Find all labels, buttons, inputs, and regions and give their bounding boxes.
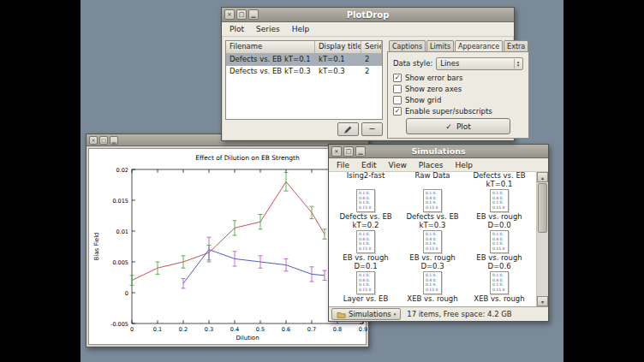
text-file-icon: 0.1 0. 0.4 0. 0.1 0. 0.15 0 (423, 230, 442, 253)
svg-text:Bias Field: Bias Field (93, 232, 100, 260)
file-label: EB vs. roughD=0.1 (343, 254, 388, 270)
file-label: Ising2-fast (347, 172, 385, 181)
plot-button-label: Plot (456, 122, 471, 131)
checkbox-enable-super-subscripts[interactable]: ✓Enable super/subscripts (393, 105, 523, 116)
appearance-checkboxes: ✓Show error barsShow zero axesShow grid✓… (393, 72, 523, 116)
minimize-icon[interactable]: ▁ (355, 146, 366, 157)
plotdrop-body: FilenameDisplay titleSeries Defects vs. … (222, 37, 514, 139)
text-file-icon: 0.1 0. 0.4 0. 0.1 0. 0.15 0 (490, 271, 509, 294)
column-header-series[interactable]: Series (361, 41, 382, 54)
combo-arrows-icon: ▴▾ (514, 59, 520, 68)
scroll-up-icon[interactable]: ▴ (537, 172, 548, 182)
table-row[interactable]: Defects vs. EB kT=0.3kT=0.32 (226, 66, 382, 78)
svg-text:Effect of Dilution on EB Stren: Effect of Dilution on EB Strength (195, 154, 300, 162)
table-row[interactable]: Defects vs. EB kT=0.1kT=0.12 (226, 54, 382, 66)
menu-file[interactable]: File (331, 159, 355, 171)
svg-text:0: 0 (125, 290, 128, 297)
checkbox-show-error-bars[interactable]: ✓Show error bars (393, 72, 523, 83)
menu-help[interactable]: Help (286, 23, 316, 35)
file-item[interactable]: 0.1 0. 0.4 0. 0.1 0. 0.15 0EB vs. roughD… (466, 230, 533, 271)
edit-button[interactable] (337, 122, 359, 136)
file-item[interactable]: 0.1 0. 0.4 0. 0.1 0. 0.15 0EB vs. roughD… (399, 230, 466, 271)
close-icon[interactable]: × (224, 9, 235, 20)
maximize-icon[interactable]: □ (99, 136, 108, 145)
svg-text:0: 0 (130, 326, 134, 333)
plotdrop-menubar: PlotSeriesHelp (222, 22, 514, 37)
plot-output-window: × □ ▁ 00.10.20.30.40.50.60.70.80.9-0.005… (86, 134, 369, 347)
menu-help[interactable]: Help (449, 159, 479, 171)
data-style-label: Data style: (393, 59, 432, 68)
file-label: Defects vs. EBkT=0.3 (406, 213, 458, 229)
pencil-icon (343, 125, 353, 134)
remove-file-button[interactable]: − (361, 122, 383, 136)
plotdrop-window-title: PlotDrop (222, 10, 514, 20)
file-item[interactable]: 0.1 0. 0.4 0. 0.1 0. 0.15 0EB vs. roughD… (466, 189, 533, 230)
data-style-select[interactable]: Lines ▴▾ (436, 57, 523, 70)
location-button[interactable]: Simulations ▾ (331, 308, 401, 320)
status-text: 17 items, Free space: 4.2 GB (407, 310, 511, 318)
cell-filename: Defects vs. EB kT=0.1 (226, 54, 315, 66)
file-grid: 0.1 0. 0.4 0. 0.1 0. 0.15 0Ising2-fast0.… (329, 172, 533, 306)
tab-extra[interactable]: Extra (504, 40, 528, 52)
menu-edit[interactable]: Edit (355, 159, 382, 171)
svg-text:0.01: 0.01 (116, 228, 128, 235)
checkbox-show-grid[interactable]: Show grid (393, 94, 523, 105)
checkbox-label: Show error bars (405, 74, 462, 82)
data-style-value: Lines (440, 59, 459, 68)
file-item[interactable]: 0.1 0. 0.4 0. 0.1 0. 0.15 0Defects vs. E… (399, 189, 466, 230)
tab-limits[interactable]: Limits (426, 40, 454, 52)
text-file-icon: 0.1 0. 0.4 0. 0.1 0. 0.15 0 (490, 189, 509, 212)
plot-canvas: 00.10.20.30.40.50.60.70.80.9-0.00500.005… (88, 148, 367, 345)
checkbox-label: Show zero axes (405, 85, 462, 93)
file-item[interactable]: 0.1 0. 0.4 0. 0.1 0. 0.15 0XEB vs. rough (399, 271, 466, 306)
tab-appearance[interactable]: Appearance (455, 40, 503, 52)
svg-text:0.2: 0.2 (179, 326, 188, 333)
settings-tabs: CaptionsLimitsAppearanceExtra (387, 40, 529, 52)
file-item[interactable]: 0.1 0. 0.4 0. 0.1 0. 0.15 0Layer vs. EB (332, 271, 399, 306)
file-label: XEB vs. rough (407, 295, 457, 304)
scrollbar-thumb[interactable] (538, 183, 547, 233)
minimize-icon[interactable]: ▁ (110, 136, 118, 145)
simulations-body: 0.1 0. 0.4 0. 0.1 0. 0.15 0Ising2-fast0.… (329, 172, 548, 307)
file-icon-view: 0.1 0. 0.4 0. 0.1 0. 0.15 0Ising2-fast0.… (329, 172, 537, 306)
column-header-filename[interactable]: Filename (226, 41, 315, 54)
simulations-titlebar[interactable]: × □ ▁ Simulations (329, 145, 548, 158)
plotdrop-titlebar[interactable]: × □ ▁ PlotDrop (222, 8, 514, 22)
scroll-down-icon[interactable]: ▾ (537, 296, 548, 306)
close-icon[interactable]: × (89, 136, 98, 145)
svg-text:0.4: 0.4 (230, 326, 239, 333)
checkbox-unchecked-icon[interactable] (393, 96, 402, 104)
menu-view[interactable]: View (383, 159, 413, 171)
checkbox-show-zero-axes[interactable]: Show zero axes (393, 83, 523, 94)
file-item[interactable]: 0.1 0. 0.4 0. 0.1 0. 0.15 0Defects vs. E… (332, 189, 399, 230)
vertical-scrollbar[interactable]: ▴ ▾ (537, 172, 548, 306)
check-icon: ✓ (445, 122, 452, 131)
file-item[interactable]: 0.1 0. 0.4 0. 0.1 0. 0.15 0Raw Data (399, 172, 466, 189)
file-label: Defects vs. EBkT=0.1 (473, 172, 525, 188)
settings-panel: CaptionsLimitsAppearanceExtra Data style… (387, 40, 529, 136)
checkbox-checked-icon[interactable]: ✓ (393, 107, 402, 116)
menu-places[interactable]: Places (413, 159, 450, 171)
plot-button[interactable]: ✓ Plot (406, 118, 510, 134)
checkbox-unchecked-icon[interactable] (393, 85, 402, 93)
maximize-icon[interactable]: □ (343, 146, 354, 157)
tab-captions[interactable]: Captions (389, 40, 426, 52)
menu-series[interactable]: Series (250, 23, 286, 35)
maximize-icon[interactable]: □ (236, 9, 247, 20)
file-item[interactable]: 0.1 0. 0.4 0. 0.1 0. 0.15 0XEB vs. rough (466, 271, 533, 306)
minimize-icon[interactable]: ▁ (248, 9, 259, 20)
cell-series: 2 (361, 66, 382, 78)
close-icon[interactable]: × (331, 146, 342, 157)
file-item[interactable]: 0.1 0. 0.4 0. 0.1 0. 0.15 0Ising2-fast (332, 172, 399, 189)
checkbox-checked-icon[interactable]: ✓ (393, 74, 402, 82)
scrollbar-trough[interactable] (537, 182, 548, 296)
svg-text:0.02: 0.02 (116, 167, 128, 174)
menu-plot[interactable]: Plot (224, 23, 250, 35)
chevron-down-icon: ▾ (394, 312, 397, 317)
file-item[interactable]: 0.1 0. 0.4 0. 0.1 0. 0.15 0EB vs. roughD… (332, 230, 399, 271)
svg-text:0.015: 0.015 (112, 198, 128, 205)
svg-text:0.3: 0.3 (205, 326, 213, 333)
column-header-display-title[interactable]: Display title (315, 41, 361, 54)
text-file-icon: 0.1 0. 0.4 0. 0.1 0. 0.15 0 (356, 271, 375, 294)
file-item[interactable]: 0.1 0. 0.4 0. 0.1 0. 0.15 0Defects vs. E… (466, 172, 533, 189)
